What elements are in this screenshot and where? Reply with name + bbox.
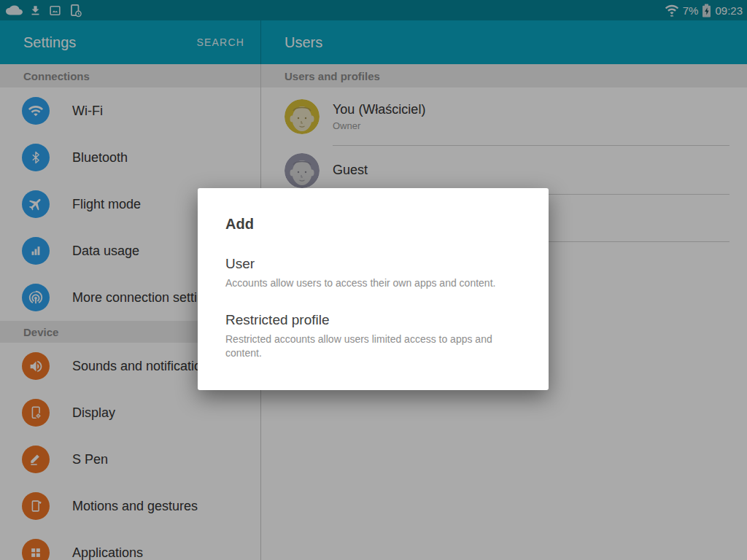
dialog-option-description: Accounts allow users to access their own… bbox=[225, 276, 521, 290]
dialog-option-user[interactable]: User Accounts allow users to access thei… bbox=[225, 255, 521, 290]
dialog-option-title: User bbox=[225, 255, 521, 273]
dialog-option-restricted-profile[interactable]: Restricted profile Restricted accounts a… bbox=[225, 311, 521, 360]
screen: 7% 09:23 Settings SEARCH Users Connectio… bbox=[0, 0, 747, 560]
dialog-option-description: Restricted accounts allow users limited … bbox=[225, 332, 521, 360]
add-dialog: Add User Accounts allow users to access … bbox=[198, 188, 549, 390]
dialog-title: Add bbox=[225, 214, 521, 233]
dialog-option-title: Restricted profile bbox=[225, 311, 521, 329]
